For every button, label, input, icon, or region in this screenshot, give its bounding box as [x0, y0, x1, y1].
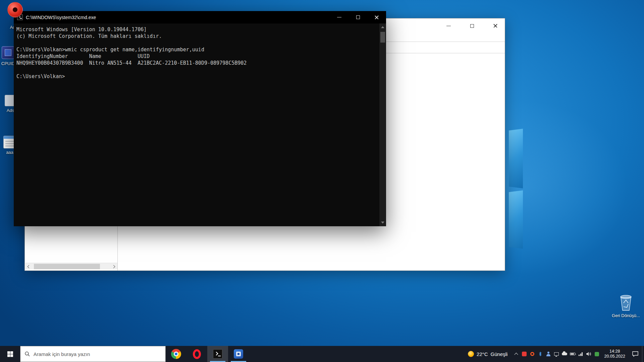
vertical-scrollbar[interactable]: [379, 23, 386, 226]
scroll-up-icon[interactable]: [381, 26, 384, 28]
terminal-line: [16, 40, 379, 46]
tray-security-icon[interactable]: [593, 349, 601, 359]
cmd-icon: [213, 349, 222, 359]
search-icon: [24, 351, 30, 357]
start-button[interactable]: [0, 346, 20, 362]
tray-display-icon[interactable]: [552, 349, 560, 359]
close-button[interactable]: [367, 11, 386, 23]
scroll-down-icon[interactable]: [381, 222, 384, 224]
scroll-left-button[interactable]: [25, 263, 32, 270]
close-icon: [493, 23, 498, 28]
show-desktop-button[interactable]: [642, 346, 644, 362]
desktop-icon-label: Geri Dönüşü...: [612, 313, 640, 318]
cmd-titlebar[interactable]: C:\WINDOWS\system32\cmd.exe: [14, 11, 386, 23]
maximize-icon: [470, 24, 474, 28]
tray-onedrive-icon[interactable]: [560, 349, 569, 359]
window-title: C:\WINDOWS\system32\cmd.exe: [26, 15, 330, 20]
close-button[interactable]: [490, 22, 501, 30]
chevron-up-icon: [515, 353, 518, 356]
scrollbar-thumb[interactable]: [380, 32, 385, 43]
weather-temperature: 22°C: [477, 351, 488, 357]
opera-icon: [193, 349, 201, 359]
terminal-output[interactable]: Microsoft Windows [Version 10.0.19044.17…: [14, 23, 379, 226]
windows-logo-icon: [7, 351, 13, 357]
terminal-line: IdentifyingNumber Name UUID: [16, 53, 379, 60]
terminal-line: Microsoft Windows [Version 10.0.19044.17…: [16, 26, 379, 33]
clock-time: 14:28: [604, 349, 625, 354]
scroll-right-button[interactable]: [111, 263, 117, 270]
cpu-chip-icon: [2, 46, 14, 59]
taskbar-app-cmd[interactable]: [207, 346, 228, 362]
minimize-icon: [446, 26, 451, 26]
tray-user-icon[interactable]: [544, 349, 552, 359]
cmd-window[interactable]: C:\WINDOWS\system32\cmd.exe Microsoft Wi…: [14, 11, 386, 226]
taskbar: 22°C Güneşli 14:28 20.05.2022: [0, 346, 644, 362]
maximize-button[interactable]: [348, 11, 367, 23]
sun-icon: [468, 351, 474, 357]
minimize-icon: [337, 17, 341, 17]
taskbar-app-chrome[interactable]: [166, 346, 186, 362]
scrollbar-thumb[interactable]: [34, 264, 100, 269]
windows-logo-pane: [509, 190, 523, 249]
minimize-button[interactable]: [443, 22, 454, 30]
terminal-line: (c) Microsoft Corporation. Tüm hakları s…: [16, 33, 379, 40]
horizontal-scrollbar[interactable]: [25, 263, 117, 269]
terminal-prompt-line: C:\Users\Volkan>: [16, 73, 379, 80]
terminal-line: [16, 66, 379, 73]
desktop-icon-recycle-bin[interactable]: Geri Dönüşü...: [612, 293, 640, 318]
action-center-icon: [632, 351, 639, 357]
clock-date: 20.05.2022: [604, 354, 625, 359]
tray-eset-icon[interactable]: [520, 349, 528, 359]
weather-condition: Güneşli: [491, 351, 508, 357]
hidden-icons-button[interactable]: [512, 349, 520, 359]
action-center-button[interactable]: [629, 346, 642, 362]
windows-logo-pane: [509, 129, 523, 188]
red-app-icon[interactable]: [7, 2, 23, 17]
tray-battery-icon[interactable]: [569, 349, 577, 359]
taskbar-clock[interactable]: 14:28 20.05.2022: [601, 349, 629, 359]
tray-network-icon[interactable]: [577, 349, 585, 359]
chevron-right-icon: [112, 265, 115, 268]
tray-bluetooth-icon[interactable]: [536, 349, 544, 359]
tray-volume-icon[interactable]: [585, 349, 593, 359]
terminal-line: C:\Users\Volkan>wmic csproduct get name,…: [16, 46, 379, 53]
search-input[interactable]: [34, 351, 161, 357]
maximize-button[interactable]: [467, 22, 477, 30]
taskbar-app-blue[interactable]: [228, 346, 249, 362]
close-icon: [374, 15, 379, 20]
terminal-line: NHQ9HEY00B04307B9B3400 Nitro AN515-44 A2…: [16, 60, 379, 66]
taskbar-search[interactable]: [20, 346, 166, 362]
chevron-left-icon: [28, 265, 31, 268]
maximize-icon: [356, 15, 360, 19]
chrome-icon: [171, 349, 181, 359]
recycle-bin-icon: [619, 293, 633, 312]
blue-app-icon: [234, 349, 243, 359]
weather-widget[interactable]: 22°C Güneşli: [463, 351, 512, 357]
taskbar-app-opera[interactable]: [186, 346, 207, 362]
system-tray: [512, 349, 601, 359]
minimize-button[interactable]: [330, 11, 348, 23]
tray-opera-icon[interactable]: [528, 349, 536, 359]
